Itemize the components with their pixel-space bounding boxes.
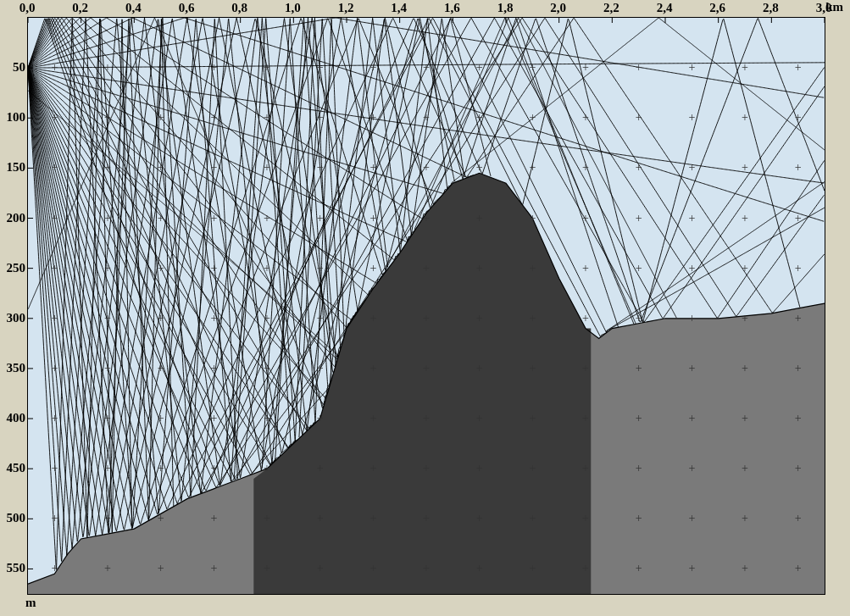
y-tick-label: 450 — [2, 461, 25, 475]
y-tick-label: 300 — [2, 310, 25, 325]
x-tick-label: 2,0 — [550, 1, 566, 15]
x-tick-label: 0,2 — [72, 1, 88, 15]
x-tick-label: 0,6 — [179, 1, 195, 15]
x-tick-label: 0,8 — [231, 1, 247, 15]
plot-svg — [28, 18, 825, 594]
x-tick-label: 0,0 — [19, 1, 36, 15]
x-tick-label: 1,0 — [285, 1, 301, 15]
x-tick-label: 3,0 — [816, 1, 832, 15]
x-tick-label: 1,2 — [338, 1, 354, 15]
y-tick-label: 500 — [2, 511, 25, 525]
y-tick-label: 100 — [2, 110, 25, 125]
y-tick-label: 150 — [2, 160, 25, 175]
ray-tracing-chart-frame: km m 50100150200250300350400450500550 0,… — [0, 0, 850, 616]
y-tick-label: 200 — [2, 210, 25, 225]
x-tick-label: 2,4 — [657, 1, 673, 15]
y-tick-label: 50 — [2, 60, 25, 75]
x-tick-label: 1,4 — [391, 1, 407, 15]
y-tick-label: 350 — [2, 360, 25, 375]
x-tick-label: 1,6 — [444, 1, 460, 15]
y-tick-label: 400 — [2, 411, 25, 425]
y-axis-label: m — [25, 596, 36, 610]
x-tick-label: 1,8 — [497, 1, 514, 15]
x-tick-label: 2,2 — [603, 1, 619, 15]
x-tick-label: 2,8 — [763, 1, 779, 15]
plot-area: ++++++++++++++++++++++++++++++++++++++++… — [27, 17, 825, 595]
acoustic-ray — [28, 18, 328, 460]
acoustic-ray — [28, 18, 323, 530]
x-tick-label: 0,4 — [125, 1, 142, 15]
x-tick-label: 2,6 — [709, 1, 725, 15]
y-tick-label: 250 — [2, 260, 25, 275]
y-tick-label: 550 — [2, 561, 25, 575]
